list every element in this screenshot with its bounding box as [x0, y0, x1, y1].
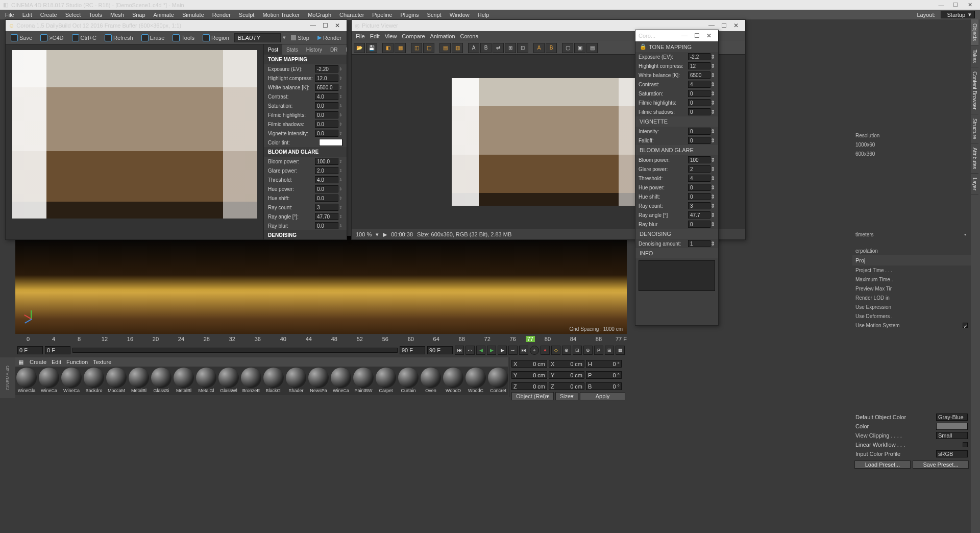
coord-input[interactable]: Z0 cm [511, 382, 547, 390]
corona-tm-input[interactable]: 6500 [688, 71, 710, 79]
pv-hist2-icon[interactable]: ◫ [423, 43, 434, 53]
color-swatch[interactable] [936, 423, 968, 430]
spinner-icon[interactable]: ⇕ [710, 100, 715, 106]
pv-ab1-icon[interactable]: A [468, 43, 479, 53]
key-scale-icon[interactable]: ⊡ [573, 346, 582, 355]
minimize-button[interactable]: — [934, 2, 948, 8]
spinner-icon[interactable]: ⇕ [710, 54, 715, 60]
spinner-icon[interactable]: ⇕ [338, 122, 342, 127]
vfb-erase-button[interactable]: Erase [138, 33, 168, 43]
spinner-icon[interactable]: ⇕ [710, 90, 715, 97]
spinner-icon[interactable]: ⇕ [710, 137, 715, 144]
autokey-button[interactable]: ● [541, 346, 550, 355]
pv-menu-file[interactable]: File [356, 33, 365, 39]
vfb-bloom-input[interactable]: 47.70 [315, 213, 338, 220]
vfb-minimize-button[interactable]: — [307, 22, 319, 29]
spinner-icon[interactable]: ⇕ [710, 184, 715, 191]
next-frame-button[interactable]: ▶ [498, 346, 507, 355]
prev-frame-button[interactable]: ◀ [476, 346, 485, 355]
pv-ab4-icon[interactable]: ⊞ [505, 43, 516, 53]
spinner-icon[interactable]: ⇕ [710, 221, 715, 228]
material-item[interactable]: GlassWl [217, 367, 240, 395]
play-button[interactable]: ▶ [487, 346, 496, 355]
menu-plugins[interactable]: Plugins [397, 12, 422, 18]
vfb-tm-swatch[interactable] [319, 139, 342, 146]
vfb-region-button[interactable]: Region [200, 33, 232, 43]
coord-input[interactable]: X0 cm [511, 360, 547, 368]
vfb-copy-button[interactable]: Ctrl+C [69, 33, 100, 43]
key-misc-icon[interactable]: ▦ [616, 346, 625, 355]
vfb-close-button[interactable]: ✕ [331, 22, 344, 29]
spinner-icon[interactable]: ⇕ [710, 109, 715, 115]
spinner-icon[interactable]: ⇕ [710, 128, 715, 135]
menu-mesh[interactable]: Mesh [107, 12, 127, 18]
layout-dropdown[interactable]: Startup ▾ [941, 11, 975, 18]
menu-mograph[interactable]: MoGraph [305, 12, 334, 18]
menu-character[interactable]: Character [336, 12, 367, 18]
menu-script[interactable]: Script [424, 12, 445, 18]
key-rot-icon[interactable]: ⊚ [583, 346, 593, 355]
spinner-icon[interactable]: ⇕ [710, 175, 715, 182]
pv-menu-edit[interactable]: Edit [370, 33, 380, 39]
vfb-bloom-input[interactable]: 3 [315, 204, 338, 211]
spinner-icon[interactable]: ⇕ [710, 212, 715, 219]
pv-menu-compare[interactable]: Compare [402, 33, 425, 39]
vfb-tm-input[interactable]: 0.0 [315, 120, 338, 128]
vfb-tab-dr[interactable]: DR [326, 44, 341, 55]
spinner-icon[interactable]: ⇕ [710, 72, 715, 79]
timeline-marker[interactable]: 77 [526, 336, 535, 342]
vfb-refresh-button[interactable]: Refresh [102, 33, 136, 43]
menu-create[interactable]: Create [37, 12, 60, 18]
material-item[interactable]: Curtain [397, 367, 420, 395]
spinner-icon[interactable]: ⇕ [338, 159, 342, 164]
vfb-titlebar[interactable]: ☺ Corona 1.5 DailyBuild Oct 12 2016 Fram… [6, 20, 347, 31]
coord-apply-button[interactable]: Apply [580, 392, 625, 400]
spinner-icon[interactable]: ⇕ [338, 224, 342, 228]
side-tab-structure[interactable]: Structure [971, 114, 978, 144]
spinner-icon[interactable]: ⇕ [710, 81, 715, 88]
corona-bloom-input[interactable]: 100 [688, 156, 710, 163]
coord-input[interactable]: P0 ° [586, 371, 622, 379]
material-item[interactable]: Carpet [375, 367, 397, 395]
material-item[interactable]: MoccaM [105, 367, 128, 395]
side-tab-objects[interactable]: Objects [971, 19, 978, 45]
vfb-tab-post[interactable]: Post [264, 44, 282, 55]
vfb-bloom-input[interactable]: 0.0 [315, 185, 338, 192]
pv-layer3-icon[interactable]: ▤ [586, 43, 598, 53]
corona-bloom-input[interactable]: 0 [688, 184, 710, 191]
vfb-save-button[interactable]: Save [8, 33, 35, 43]
vfb-tools-button[interactable]: Tools [169, 33, 198, 43]
spinner-icon[interactable]: ⇕ [338, 85, 342, 90]
spinner-icon[interactable]: ⇕ [338, 168, 342, 173]
pv-layer1-icon[interactable]: ▢ [562, 43, 573, 53]
vfb-tm-input[interactable]: 4.0 [315, 93, 338, 100]
material-item[interactable]: Backdro [83, 367, 105, 395]
material-item[interactable]: Concret [487, 367, 508, 395]
coord-input[interactable]: X0 cm [549, 360, 584, 368]
material-item[interactable]: GlassSi [150, 367, 173, 395]
menu-window[interactable]: Window [447, 12, 473, 18]
vfb-render-view[interactable] [6, 44, 263, 239]
material-item[interactable]: MetalGl [195, 367, 217, 395]
material-item[interactable]: MetalBl [128, 367, 150, 395]
corona-minimize-button[interactable]: — [678, 32, 691, 39]
pv-open-icon[interactable]: 📂 [354, 43, 365, 53]
menu-tools[interactable]: Tools [86, 12, 105, 18]
spinner-icon[interactable]: ⇕ [338, 76, 342, 81]
spinner-icon[interactable]: ⇕ [338, 104, 342, 108]
pv-filter2-icon[interactable]: ▥ [452, 43, 463, 53]
record-button[interactable]: ● [530, 346, 539, 355]
coord-input[interactable]: Z0 cm [549, 382, 584, 390]
goto-end-button[interactable]: ⏭ [519, 346, 528, 355]
menu-sculpt[interactable]: Sculpt [236, 12, 258, 18]
pv-save-icon[interactable]: 💾 [366, 43, 377, 53]
menu-edit[interactable]: Edit [19, 12, 35, 18]
view-clipping-dropdown[interactable]: Small [936, 432, 968, 439]
coord-mode-dropdown[interactable]: Object (Rel) ▾ [511, 392, 554, 400]
vfb-channel-dropdown[interactable]: BEAUTY [234, 33, 281, 42]
corona-tm-input[interactable]: 12 [688, 62, 710, 69]
menu-animate[interactable]: Animate [151, 12, 177, 18]
spinner-icon[interactable]: ⇕ [710, 166, 715, 173]
vfb-tab-history[interactable]: History [302, 44, 326, 55]
pv-menu-view[interactable]: View [385, 33, 397, 39]
